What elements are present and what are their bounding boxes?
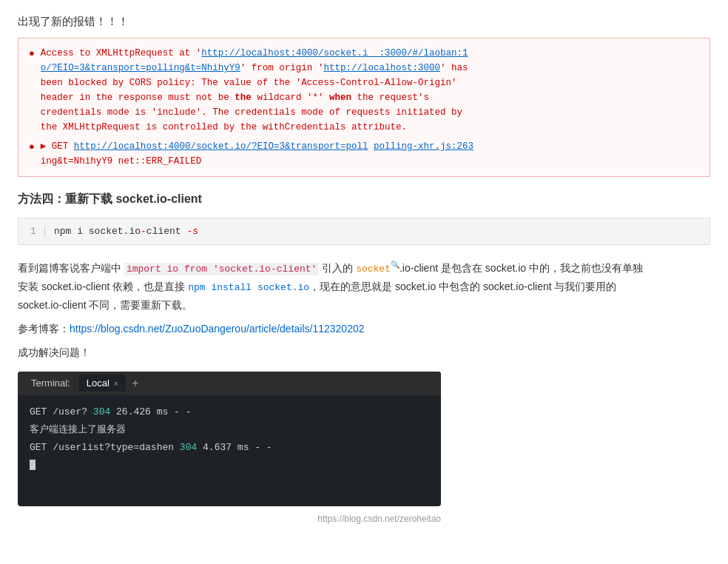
blog-watermark: https://blog.csdn.net/zeroheitao xyxy=(18,514,441,524)
section-title: 方法四：重新下载 socket.io-client xyxy=(18,192,710,207)
code-block: 1 npm i socket.io-client -s xyxy=(18,218,710,245)
terminal-tab-name: Local xyxy=(87,377,109,389)
code-line-number: 1 xyxy=(30,226,45,237)
error-link-4[interactable]: polling-xhr.js:263 xyxy=(374,141,473,152)
error-icon-1: ● xyxy=(29,47,35,62)
desc-para-1: 看到篇博客说客户端中 import io from 'socket.io-cli… xyxy=(18,258,710,315)
error-link-2[interactable]: http://localhost:3000 xyxy=(323,63,440,73)
error-row-2: ● ▶ GET http://localhost:4000/socket.io/… xyxy=(29,139,699,169)
terminal-tab-local[interactable]: Local × xyxy=(79,375,127,392)
terminal-line-3: GET /userlist?type=dashen 304 4.637 ms -… xyxy=(30,440,429,456)
error-icon-2: ● xyxy=(29,140,35,155)
terminal-cursor-line xyxy=(30,457,429,474)
ref-url[interactable]: https://blog.csdn.net/ZuoZuoDangerou/art… xyxy=(70,323,365,335)
terminal-body: GET /user? 304 26.426 ms - - 客户端连接上了服务器 … xyxy=(18,395,441,506)
error-text-1: Access to XMLHttpRequest at 'http://loca… xyxy=(41,46,699,135)
error-text-2: ▶ GET http://localhost:4000/socket.io/?E… xyxy=(41,139,699,169)
term-status-3: 304 xyxy=(180,442,197,453)
inline-npm: npm install socket.io xyxy=(188,282,309,293)
inline-import: import io from 'socket.io-client' xyxy=(124,263,319,275)
inline-socket: socket xyxy=(356,263,391,275)
terminal-wrapper: Terminal: Local × + GET /user? 304 26.42… xyxy=(18,372,441,506)
terminal-tab-close[interactable]: × xyxy=(114,379,118,388)
search-icon: 🔍 xyxy=(391,261,400,269)
terminal-line-1: GET /user? 304 26.426 ms - - xyxy=(30,404,429,420)
ref-label: 参考博客： xyxy=(18,323,70,335)
error-link-3[interactable]: http://localhost:4000/socket.io/?EIO=3&t… xyxy=(74,141,368,152)
terminal-cursor xyxy=(30,460,36,470)
terminal-add-button[interactable]: + xyxy=(127,375,143,392)
code-content: npm i socket.io-client -s xyxy=(54,226,198,237)
success-text: 成功解决问题！ xyxy=(18,346,710,360)
ref-line: 参考博客：https://blog.csdn.net/ZuoZuoDangero… xyxy=(18,323,710,336)
term-status-1: 304 xyxy=(93,406,110,417)
terminal-label: Terminal: xyxy=(24,375,78,392)
error-row-1: ● Access to XMLHttpRequest at 'http://lo… xyxy=(29,46,699,135)
term-text-2: 客户端连接上了服务器 xyxy=(30,424,126,435)
terminal-tab-bar: Terminal: Local × + xyxy=(18,372,441,395)
error-box: ● Access to XMLHttpRequest at 'http://lo… xyxy=(18,38,710,177)
error-title: 出现了新的报错！！！ xyxy=(18,15,710,29)
term-text-1: GET /user? xyxy=(30,406,93,417)
term-time-3: 4.637 ms - - xyxy=(197,442,272,453)
term-text-3: GET /userlist?type=dashen xyxy=(30,442,180,453)
terminal-line-2: 客户端连接上了服务器 xyxy=(30,422,429,438)
term-time-1: 26.426 ms - - xyxy=(110,406,191,417)
